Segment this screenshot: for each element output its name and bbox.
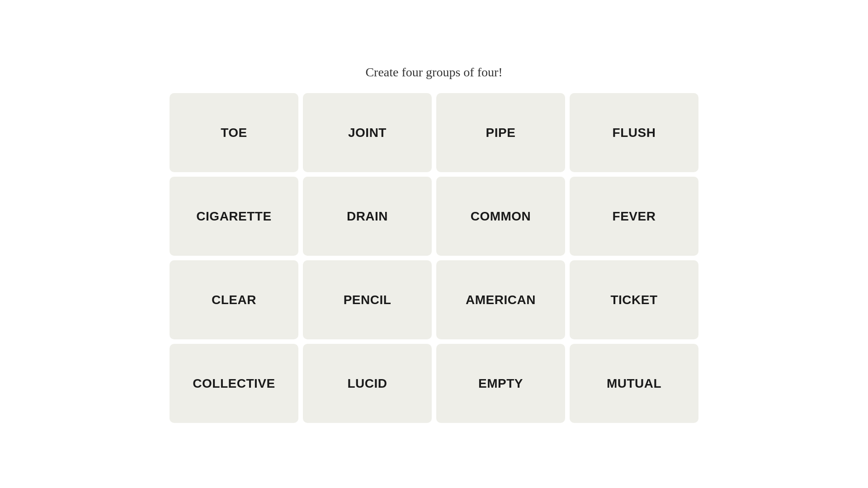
tile-label-flush: FLUSH — [613, 126, 656, 140]
tile-pencil[interactable]: PENCIL — [303, 260, 432, 339]
tile-label-pipe: PIPE — [486, 126, 516, 140]
tile-common[interactable]: COMMON — [436, 177, 565, 256]
tile-label-pencil: PENCIL — [344, 293, 392, 307]
page-container: Create four groups of four! TOEJOINTPIPE… — [0, 65, 868, 423]
tile-clear[interactable]: CLEAR — [170, 260, 298, 339]
tile-label-fever: FEVER — [613, 209, 656, 224]
tile-drain[interactable]: DRAIN — [303, 177, 432, 256]
tile-label-american: AMERICAN — [466, 293, 536, 307]
tile-joint[interactable]: JOINT — [303, 93, 432, 172]
tile-label-empty: EMPTY — [478, 376, 523, 391]
tile-label-common: COMMON — [471, 209, 531, 224]
tile-label-drain: DRAIN — [347, 209, 388, 224]
tile-fever[interactable]: FEVER — [570, 177, 698, 256]
tile-label-lucid: LUCID — [347, 376, 387, 391]
tile-cigarette[interactable]: CIGARETTE — [170, 177, 298, 256]
tile-toe[interactable]: TOE — [170, 93, 298, 172]
tile-lucid[interactable]: LUCID — [303, 344, 432, 423]
tile-label-cigarette: CIGARETTE — [196, 209, 271, 224]
tile-american[interactable]: AMERICAN — [436, 260, 565, 339]
tile-collective[interactable]: COLLECTIVE — [170, 344, 298, 423]
tile-flush[interactable]: FLUSH — [570, 93, 698, 172]
tile-empty[interactable]: EMPTY — [436, 344, 565, 423]
subtitle: Create four groups of four! — [365, 65, 502, 80]
word-grid: TOEJOINTPIPEFLUSHCIGARETTEDRAINCOMMONFEV… — [170, 93, 698, 423]
tile-label-joint: JOINT — [348, 126, 387, 140]
tile-ticket[interactable]: TICKET — [570, 260, 698, 339]
tile-pipe[interactable]: PIPE — [436, 93, 565, 172]
tile-label-toe: TOE — [221, 126, 247, 140]
tile-label-clear: CLEAR — [212, 293, 256, 307]
tile-mutual[interactable]: MUTUAL — [570, 344, 698, 423]
tile-label-collective: COLLECTIVE — [193, 376, 275, 391]
tile-label-ticket: TICKET — [610, 293, 657, 307]
tile-label-mutual: MUTUAL — [607, 376, 661, 391]
